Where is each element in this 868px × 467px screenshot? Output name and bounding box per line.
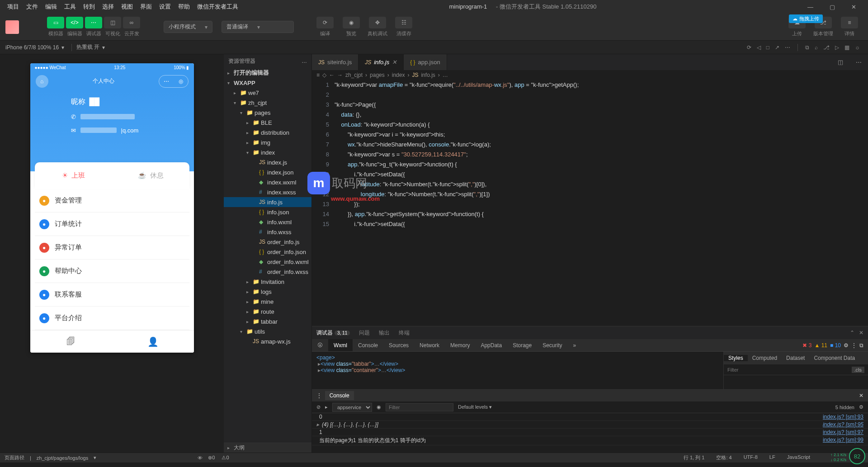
styles-tab-styles[interactable]: Styles <box>724 355 748 361</box>
wxml-tree[interactable]: <page> ▸<view class="tabbar">…</view> ▸<… <box>312 352 723 389</box>
tree-item[interactable]: ◆order_info.wxml <box>224 257 311 267</box>
tree-item[interactable]: ▸📁route <box>224 307 311 316</box>
tree-item[interactable]: ▸📁img <box>224 137 311 147</box>
code-editor[interactable]: 123456789101112131415 "k-keyword">var am… <box>312 80 868 326</box>
console-filter-input[interactable] <box>386 403 453 411</box>
search-icon[interactable]: ⌕ <box>815 44 818 51</box>
device-select[interactable]: iPhone 6/7/8 100% 16 <box>5 44 59 51</box>
statusbar-eol[interactable]: LF <box>769 454 775 461</box>
hotreload-toggle[interactable]: 热重载 开 <box>76 43 99 51</box>
capsule-close-icon[interactable]: ◎ <box>174 75 188 87</box>
refresh-icon[interactable]: ⟳ <box>747 44 751 51</box>
editor-more-icon[interactable]: ⋯ <box>849 54 868 70</box>
dvtab-memory[interactable]: Memory <box>445 339 475 351</box>
maximize-icon[interactable]: ▢ <box>826 4 839 10</box>
tree-item[interactable]: { }order_info.json <box>224 247 311 257</box>
more-icon[interactable]: ⋯ <box>785 44 790 51</box>
menu-item[interactable]: ●订单统计 <box>35 212 189 236</box>
section-open-editors[interactable]: ▸打开的编辑器 <box>224 68 311 78</box>
menu-ui[interactable]: 界面 <box>137 3 156 11</box>
tree-item[interactable]: JSinfo.js <box>224 197 311 207</box>
menu-item[interactable]: ●平台介绍 <box>35 307 189 330</box>
devtools-inspect-icon[interactable]: ⦿ <box>312 339 328 351</box>
dvtab-appdata[interactable]: AppData <box>475 339 507 351</box>
tree-item[interactable]: ▸📁logs <box>224 287 311 297</box>
tree-item[interactable]: { }info.json <box>224 207 311 217</box>
tb-editor[interactable]: </>编辑器 <box>66 17 83 37</box>
devtools-dock-icon[interactable]: ⧉ <box>859 342 863 349</box>
menu-edit[interactable]: 编辑 <box>42 3 61 11</box>
git-icon[interactable]: ⎇ <box>823 44 830 51</box>
tb-preview[interactable]: ◉预览 <box>341 17 362 37</box>
menu-tools[interactable]: 工具 <box>61 3 80 11</box>
dvtab-network[interactable]: Network <box>414 339 445 351</box>
explorer-toggle-icon[interactable]: ⧉ <box>805 44 809 51</box>
ext-icon[interactable]: ▦ <box>844 44 849 51</box>
console-clear-icon[interactable]: ⊘ <box>316 404 321 410</box>
devtools-settings-icon[interactable]: ⚙ <box>844 342 849 349</box>
styles-tab-computed[interactable]: Computed <box>748 355 782 361</box>
tb-debugger[interactable]: ⋯调试器 <box>85 17 102 37</box>
debugtab-problems[interactable]: 问题 <box>359 329 370 337</box>
menu-item[interactable]: ●帮助中心 <box>35 259 189 283</box>
section-outline[interactable]: ▸大纲 <box>224 443 311 453</box>
tb-cloud[interactable]: ∞云开发 <box>123 17 140 37</box>
tree-item[interactable]: ▸📁distribution <box>224 127 311 137</box>
menu-item[interactable]: ●联系客服 <box>35 283 189 307</box>
styles-tab-compdata[interactable]: Component Data <box>809 355 859 361</box>
statusbar-eye-icon[interactable]: 👁 <box>198 455 203 461</box>
tabbar-home-icon[interactable]: 🗐 <box>30 330 112 353</box>
tb-simulator[interactable]: ▭模拟器 <box>47 17 64 37</box>
bc-back-icon[interactable]: ← <box>329 72 335 78</box>
statusbar-cursor[interactable]: 行 1, 列 1 <box>684 454 704 461</box>
statusbar-lang[interactable]: JavaScript <box>787 454 810 461</box>
console-levels-select[interactable]: Default levels ▾ <box>458 404 492 410</box>
tree-item[interactable]: ▸📁mine <box>224 297 311 307</box>
compile-select[interactable]: 普通编译 <box>222 21 294 33</box>
tab-siteinfo[interactable]: JSsiteinfo.js <box>312 54 359 70</box>
statusbar-path[interactable]: zh_cjpt/pages/logs/logs <box>37 455 88 461</box>
devtools-more-icon[interactable]: ⋮ <box>851 342 857 349</box>
menu-view[interactable]: 视图 <box>118 3 137 11</box>
bc-fold-icon[interactable]: ≡ <box>316 72 320 78</box>
debugtab-debugger[interactable]: 调试器3, 11 <box>316 329 350 337</box>
user-avatar[interactable] <box>5 20 19 34</box>
menu-goto[interactable]: 转到 <box>80 3 99 11</box>
minimize-icon[interactable]: — <box>804 4 817 10</box>
console-line[interactable]: ▸(4) [{…}, {…}, {…}, {…}]index.js? [sm]:… <box>312 421 868 429</box>
tree-item[interactable]: #order_info.wxss <box>224 267 311 277</box>
dvtab-more-icon[interactable]: » <box>568 339 582 351</box>
drag-upload-badge[interactable]: ☁拖拽上传 <box>789 14 823 23</box>
bc-fwd-icon[interactable]: → <box>337 72 343 78</box>
console-line[interactable]: 1index.js? [sm]:97 <box>312 429 868 436</box>
performance-badge[interactable]: 82 <box>849 448 865 464</box>
styles-filter-input[interactable] <box>727 367 852 373</box>
bc-bookmark-icon[interactable]: ◇ <box>322 72 326 78</box>
statusbar-spaces[interactable]: 空格: 4 <box>716 454 731 461</box>
menu-settings[interactable]: 设置 <box>156 3 175 11</box>
debug-icon[interactable]: ▷ <box>835 44 839 51</box>
menu-item[interactable]: ●异常订单 <box>35 236 189 259</box>
console-eye-icon[interactable]: ◉ <box>377 404 381 410</box>
console-line[interactable]: 当前的page为1 当前的状态值为1 骑手的id为index.js? [sm]:… <box>312 436 868 445</box>
tree-item[interactable]: JSorder_info.js <box>224 237 311 247</box>
dvtab-storage[interactable]: Storage <box>507 339 537 351</box>
tree-item[interactable]: ▾📁zh_cjpt <box>224 98 311 108</box>
back-icon[interactable]: ◁ <box>757 44 761 51</box>
tree-item[interactable]: ▸📁Invitation <box>224 277 311 287</box>
dvtab-security[interactable]: Security <box>537 339 567 351</box>
console-context-select[interactable]: appservice <box>332 403 372 412</box>
menu-help[interactable]: 帮助 <box>175 3 193 11</box>
menu-item[interactable]: ●资金管理 <box>35 189 189 212</box>
breadcrumb[interactable]: ≡ ◇ ← → zh_cjpt › pages › index › JS inf… <box>312 70 868 80</box>
tb-remote-debug[interactable]: ✥真机调试 <box>367 17 388 37</box>
mode-select[interactable]: 小程序模式 <box>164 21 212 33</box>
tree-item[interactable]: ◆index.wxml <box>224 177 311 187</box>
tree-item[interactable]: { }index.json <box>224 167 311 177</box>
tree-item[interactable]: ▸📁BLE <box>224 118 311 127</box>
debugtab-output[interactable]: 输出 <box>379 329 390 337</box>
tree-item[interactable]: #index.wxss <box>224 187 311 197</box>
menu-file[interactable]: 文件 <box>23 3 42 11</box>
tree-item[interactable]: JSindex.js <box>224 157 311 167</box>
capsule-menu-icon[interactable]: ⋯ <box>159 75 174 87</box>
